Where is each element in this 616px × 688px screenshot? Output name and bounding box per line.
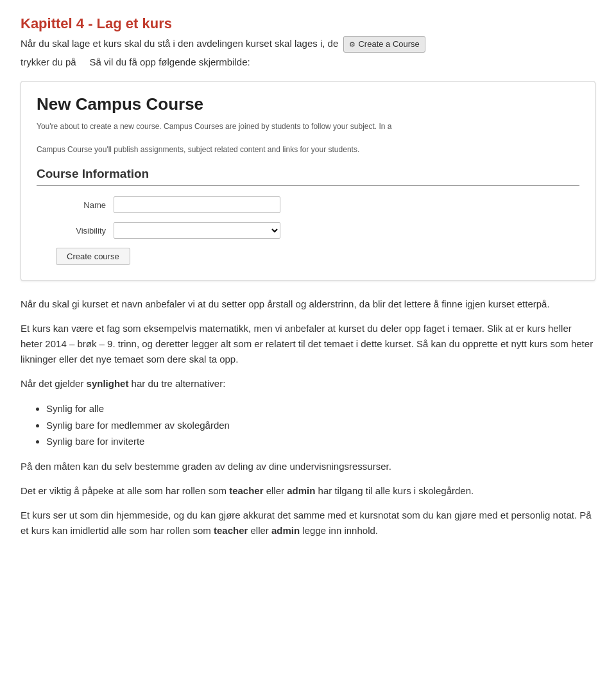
create-course-submit-button[interactable]: Create course [56,248,130,265]
create-course-label: Create a Course [358,38,419,51]
body-para5-suffix: har tilgang til alle kurs i skolegården. [315,485,474,496]
intro-line1: Når du skal lage et kurs skal du stå i d… [21,38,338,49]
body-para6-bold2: admin [271,525,300,536]
form-description-line1: You're about to create a new course. Cam… [37,121,422,132]
body-para6-suffix: legge inn innhold. [300,525,378,536]
page-title: Kapittel 4 - Lag et kurs [21,15,595,32]
bullet-3: Synlig bare for inviterte [46,433,595,450]
form-main-title: New Campus Course [37,94,579,114]
intro-paragraph: Når du skal lage et kurs skal du stå i d… [21,36,595,53]
body-para5-prefix: Det er viktig å påpeke at alle som har r… [21,485,229,496]
body-para2: Et kurs kan være et fag som eksempelvis … [21,321,595,367]
visibility-row: Visibility [37,222,579,239]
intro-line3: Så vil du få opp følgende skjermbilde: [90,56,250,67]
body-para6-bold1: teacher [214,525,248,536]
gear-icon: ⚙ [349,39,355,50]
name-row: Name [37,196,579,213]
body-para3-suffix: har du tre alternativer: [128,378,225,389]
course-info-section-title: Course Information [37,167,579,186]
bullet-2: Synlig bare for medlemmer av skolegården [46,417,595,434]
form-description-line2: Campus Course you'll publish assignments… [37,144,422,155]
bullet-1: Synlig for alle [46,400,595,417]
body-para1: Når du skal gi kurset et navn anbefaler … [21,297,595,312]
body-para5-bold1: teacher [229,485,263,496]
body-para5-mid: eller [264,485,287,496]
body-para6-mid: eller [248,525,271,536]
visibility-bullets: Synlig for alle Synlig bare for medlemme… [46,400,595,450]
submit-row: Create course [37,248,579,265]
screenshot-mockup: New Campus Course You're about to create… [21,81,595,281]
body-para3: Når det gjelder synlighet har du tre alt… [21,376,595,391]
visibility-label: Visibility [56,226,114,236]
name-label: Name [56,200,114,210]
create-course-btn-inline[interactable]: ⚙Create a Course [343,36,425,53]
body-para5-bold2: admin [287,485,315,496]
body-para6: Et kurs ser ut som din hjemmeside, og du… [21,508,595,538]
visibility-select[interactable] [114,222,280,239]
body-para3-prefix: Når det gjelder [21,378,87,389]
name-input[interactable] [114,196,280,213]
body-para4: På den måten kan du selv bestemme graden… [21,459,595,474]
intro-line2-3: trykker du på Så vil du få opp følgende … [21,55,595,70]
body-para5: Det er viktig å påpeke at alle som har r… [21,483,595,499]
intro-line2: trykker du på [21,56,76,67]
body-para3-bold: synlighet [87,378,129,389]
